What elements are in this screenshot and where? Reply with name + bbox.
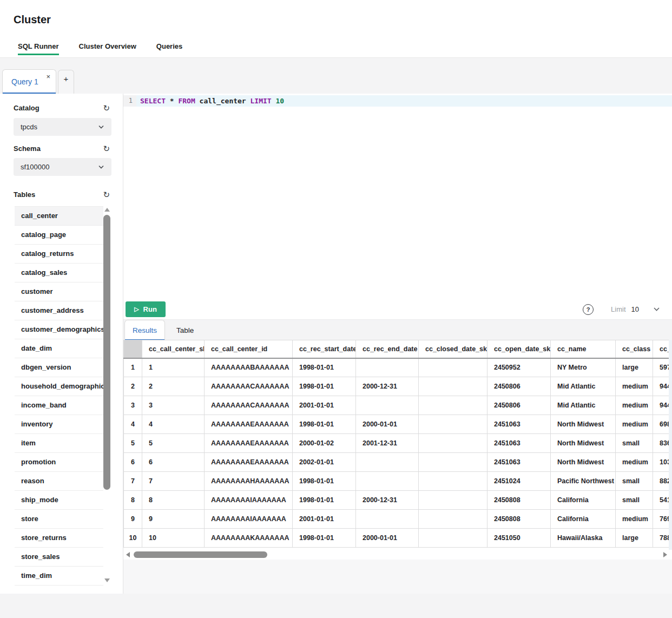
- table-item-customer_demographics[interactable]: customer_demographics: [15, 320, 103, 339]
- editor-pane: 1 SELECT * FROM call_center LIMIT 10 ▷ R…: [123, 94, 672, 594]
- data-cell: 1998-01-01: [293, 358, 356, 377]
- column-header-cc_call_center_sk: cc_call_center_sk: [142, 340, 205, 358]
- data-cell: 6: [142, 453, 205, 472]
- sql-token-keyword: LIMIT: [251, 97, 272, 105]
- scroll-left-icon[interactable]: [126, 552, 130, 557]
- help-icon[interactable]: ?: [583, 304, 594, 315]
- table-item-dbgen_version[interactable]: dbgen_version: [15, 358, 103, 377]
- data-cell: large: [616, 358, 653, 377]
- close-icon[interactable]: ×: [46, 73, 50, 81]
- refresh-icon[interactable]: ↻: [103, 190, 110, 199]
- data-cell: 2450808: [487, 510, 551, 529]
- table-row: 66AAAAAAAAEAAAAAAA2002-01-012451063North…: [124, 453, 672, 472]
- run-button-label: Run: [143, 305, 157, 313]
- tab-queries[interactable]: Queries: [156, 42, 182, 55]
- limit-dropdown[interactable]: [653, 307, 660, 312]
- refresh-icon[interactable]: ↻: [103, 144, 110, 153]
- data-cell: medium: [616, 377, 653, 396]
- data-cell: 7: [142, 472, 205, 491]
- data-cell: [419, 434, 487, 453]
- data-cell: 2000-12-31: [356, 377, 419, 396]
- tables-label-row: Tables ↻: [14, 190, 110, 199]
- data-cell: [419, 358, 487, 377]
- scroll-down-icon[interactable]: [104, 578, 110, 582]
- schema-select-value: sf100000: [21, 163, 50, 171]
- sql-editor[interactable]: 1 SELECT * FROM call_center LIMIT 10: [123, 94, 672, 299]
- table-item-customer[interactable]: customer: [15, 282, 103, 301]
- data-cell: [419, 529, 487, 548]
- data-cell: AAAAAAAACAAAAAAA: [205, 377, 293, 396]
- data-cell: NY Metro: [551, 358, 616, 377]
- table-item-catalog_sales[interactable]: catalog_sales: [15, 264, 103, 282]
- refresh-icon[interactable]: ↻: [103, 104, 110, 112]
- results-horizontal-scrollbar[interactable]: [123, 551, 672, 558]
- table-item-reason[interactable]: reason: [15, 472, 103, 491]
- table-item-call_center[interactable]: call_center: [15, 207, 103, 226]
- catalog-select[interactable]: tpcds: [14, 118, 111, 136]
- data-cell: [356, 510, 419, 529]
- scroll-up-icon[interactable]: [104, 208, 110, 212]
- results-table-wrap: cc_call_center_skcc_call_center_idcc_rec…: [123, 340, 672, 548]
- table-item-promotion[interactable]: promotion: [15, 453, 103, 472]
- data-cell: medium: [616, 396, 653, 415]
- data-cell: [419, 491, 487, 510]
- table-item-store_sales[interactable]: store_sales: [15, 548, 103, 567]
- data-cell: small: [616, 491, 653, 510]
- table-item-inventory[interactable]: inventory: [15, 415, 103, 434]
- row-number-header: [124, 340, 142, 358]
- schema-select[interactable]: sf100000: [14, 158, 111, 176]
- row-number-cell: 4: [124, 415, 142, 434]
- data-cell: 2451063: [487, 434, 551, 453]
- row-number-cell: 9: [124, 510, 142, 529]
- tables-scrollbar-thumb[interactable]: [103, 215, 110, 490]
- tab-sql-runner[interactable]: SQL Runner: [18, 42, 59, 55]
- data-cell: 2451063: [487, 453, 551, 472]
- sql-code-line[interactable]: SELECT * FROM call_center LIMIT 10: [136, 95, 672, 107]
- tables-scrollbar[interactable]: [103, 206, 110, 584]
- column-header-cc_class: cc_class: [616, 340, 653, 358]
- table-item-date_dim[interactable]: date_dim: [15, 339, 103, 358]
- table-item-store_returns[interactable]: store_returns: [15, 529, 103, 548]
- table-item-item[interactable]: item: [15, 434, 103, 453]
- table-item-time_dim[interactable]: time_dim: [15, 567, 103, 586]
- tab-table[interactable]: Table: [176, 320, 194, 340]
- plus-icon: +: [64, 74, 69, 83]
- table-item-household_demographics[interactable]: household_demographics: [15, 377, 103, 396]
- table-item-catalog_page[interactable]: catalog_page: [15, 226, 103, 245]
- tab-results[interactable]: Results: [124, 320, 165, 340]
- results-tabstrip: Results Table: [123, 319, 672, 340]
- data-cell: AAAAAAAAKAAAAAAA: [205, 529, 293, 548]
- data-cell: AAAAAAAAIAAAAAAA: [205, 510, 293, 529]
- table-item-store[interactable]: store: [15, 510, 103, 529]
- table-item-customer_address[interactable]: customer_address: [15, 301, 103, 320]
- table-item-ship_mode[interactable]: ship_mode: [15, 491, 103, 510]
- tab-results-label: Results: [133, 326, 157, 334]
- add-query-tab-button[interactable]: +: [58, 70, 74, 94]
- run-button[interactable]: ▷ Run: [126, 301, 166, 317]
- data-cell: AAAAAAAAHAAAAAAA: [205, 472, 293, 491]
- data-cell: [356, 472, 419, 491]
- data-cell: North Midwest: [551, 434, 616, 453]
- table-item-catalog_returns[interactable]: catalog_returns: [15, 245, 103, 264]
- limit-label: Limit: [611, 305, 625, 313]
- sidebar: Catalog ↻ tpcds Schema ↻ sf100000 Tables…: [0, 94, 123, 594]
- data-cell: 2450806: [487, 396, 551, 415]
- query-tab[interactable]: Query 1 ×: [2, 69, 56, 94]
- data-cell: [419, 472, 487, 491]
- data-cell: AAAAAAAAEAAAAAAA: [205, 415, 293, 434]
- play-icon: ▷: [134, 306, 139, 312]
- results-table: cc_call_center_skcc_call_center_idcc_rec…: [123, 340, 672, 548]
- schema-label: Schema: [14, 144, 41, 153]
- table-row: 22AAAAAAAACAAAAAAA1998-01-012000-12-3124…: [124, 377, 672, 396]
- h-scrollbar-thumb[interactable]: [134, 551, 267, 558]
- data-cell: Hawaii/Alaska: [551, 529, 616, 548]
- data-cell: small: [616, 434, 653, 453]
- data-cell: 2451024: [487, 472, 551, 491]
- row-number-cell: 6: [124, 453, 142, 472]
- table-item-income_band[interactable]: income_band: [15, 396, 103, 415]
- results-vertical-scrollbar[interactable]: [669, 340, 672, 550]
- tab-cluster-overview[interactable]: Cluster Overview: [79, 42, 136, 55]
- scroll-right-icon[interactable]: [663, 552, 667, 557]
- data-cell: North Midwest: [551, 453, 616, 472]
- data-cell: AAAAAAAAIAAAAAAA: [205, 491, 293, 510]
